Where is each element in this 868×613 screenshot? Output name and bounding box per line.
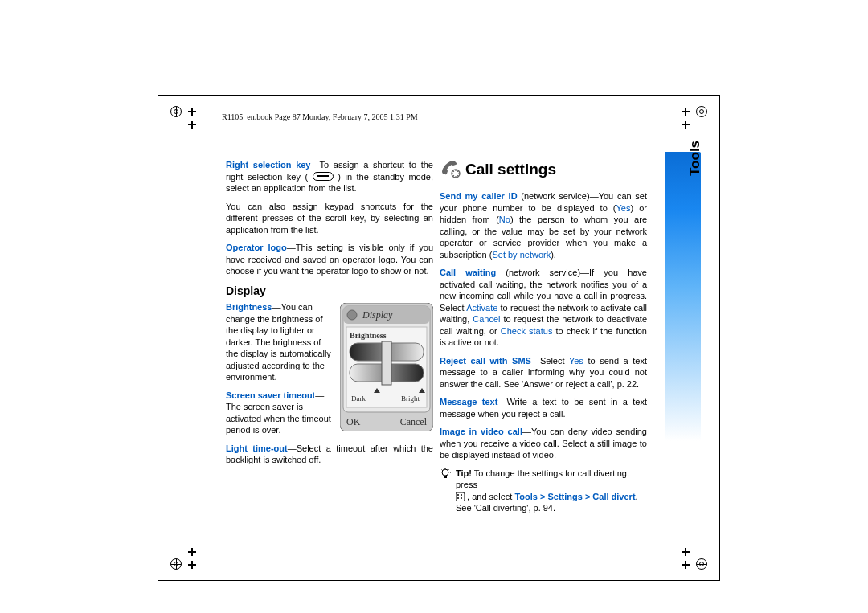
svg-rect-11 (456, 492, 465, 501)
display-block: Display Brightness Dark Bright OK Cancel… (226, 301, 433, 443)
crop-mark (682, 548, 690, 556)
term: Right selection key (226, 160, 310, 170)
registration-mark (170, 106, 182, 117)
tip-block: Tip! To change the settings for call div… (440, 468, 647, 514)
subheading-display: Display (226, 284, 433, 298)
term: Image in video call (440, 427, 522, 436)
crop-mark (682, 108, 690, 116)
term: Screen saver timeout (226, 390, 315, 400)
tip-icon (440, 468, 451, 483)
para-send-my-caller-id: Send my caller ID (network service)—You … (440, 190, 647, 260)
svg-point-15 (461, 497, 462, 499)
shot-bright-label: Bright (401, 394, 420, 403)
side-tab: Tools 87 (665, 152, 701, 537)
crop-mark (188, 548, 196, 556)
para-image-in-video-call: Image in video call—You can deny video s… (440, 426, 647, 461)
left-column: Right selection key—To assign a shortcut… (226, 159, 433, 472)
term: Send my caller ID (440, 191, 518, 201)
page-number: 87 (665, 515, 701, 529)
crop-mark (188, 108, 196, 116)
section-label: Tools (687, 141, 703, 176)
heading-call-settings: Call settings (440, 159, 647, 179)
registration-mark (170, 558, 182, 570)
crop-mark (188, 121, 196, 129)
selection-key-icon (313, 172, 334, 181)
crop-mark (682, 121, 690, 129)
term: Call waiting (440, 268, 496, 277)
para-right-selection-key: Right selection key—To assign a shortcut… (226, 159, 433, 194)
shot-title: Display (362, 309, 393, 321)
menu-key-icon (456, 492, 465, 501)
call-settings-icon (440, 161, 461, 178)
term: Message text (440, 397, 497, 407)
shot-ok: OK (346, 416, 361, 427)
right-column: Call settings Send my caller ID (network… (440, 159, 647, 514)
svg-rect-7 (382, 341, 391, 385)
para-operator-logo: Operator logo—This setting is visible on… (226, 242, 433, 277)
svg-point-12 (457, 494, 459, 496)
shot-brightness-label: Brightness (350, 331, 387, 340)
para-reject-call-sms: Reject call with SMS—Select Yes to send … (440, 355, 647, 390)
crop-mark (188, 561, 196, 569)
registration-mark (696, 106, 707, 117)
svg-point-14 (457, 497, 459, 499)
para-screen-saver: Screen saver timeout—The screen saver is… (226, 390, 332, 436)
crop-mark (682, 561, 690, 569)
para-keypad-shortcuts: You can also assign keypad shortcuts for… (226, 201, 433, 236)
para-light-timeout: Light time-out—Select a timeout after wh… (226, 443, 433, 466)
para-message-text: Message text—Write a text to be sent in … (440, 396, 647, 419)
heading-text: Call settings (465, 159, 556, 179)
svg-point-3 (347, 310, 357, 320)
para-brightness: Brightness—You can change the brightness… (226, 301, 332, 383)
svg-point-13 (461, 494, 462, 496)
shot-dark-label: Dark (351, 394, 366, 403)
phone-screenshot: Display Brightness Dark Bright OK Cancel (340, 303, 433, 431)
term: Operator logo (226, 243, 287, 252)
tip-text: Tip! To change the settings for call div… (456, 468, 647, 514)
registration-mark (696, 558, 707, 570)
svg-point-9 (442, 469, 448, 476)
term: Brightness (226, 302, 272, 312)
term: Light time-out (226, 443, 288, 453)
para-call-waiting: Call waiting (network service)—If you ha… (440, 267, 647, 349)
shot-cancel: Cancel (400, 416, 428, 427)
page-header: R1105_en.book Page 87 Monday, February 7… (222, 112, 418, 121)
svg-rect-10 (444, 476, 447, 478)
term: Reject call with SMS (440, 356, 531, 366)
